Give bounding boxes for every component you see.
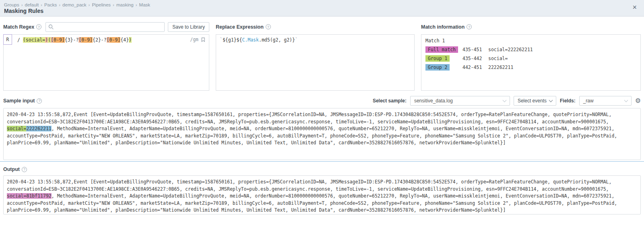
- select-events-label: Select events: [518, 98, 547, 104]
- text-segment: , MethodName=InternalEvent, AdapterName=…: [52, 193, 615, 199]
- text-segment: 2020-04-23 13:55:58,872,Event [Event=Upd…: [7, 112, 611, 117]
- breadcrumb-separator: ›: [59, 2, 60, 7]
- match-row: Group 1435-442social=: [425, 55, 636, 62]
- match-regex-label: Match Regex: [3, 24, 34, 30]
- text-segment: accountType=PostPaid, marketCity="NEW OR…: [7, 200, 617, 206]
- sample-select[interactable]: sensitive_data.log: [410, 96, 510, 106]
- log-line: social=81bf11792, MethodName=InternalEve…: [7, 193, 637, 200]
- match-chip: Group 1: [425, 55, 450, 62]
- text-segment: {4}: [120, 37, 129, 43]
- breadcrumb-item[interactable]: Pipelines: [92, 2, 111, 7]
- token-segment: 0-9]: [54, 37, 65, 43]
- highlight-segment: 222262211: [26, 126, 51, 131]
- search-icon: [48, 24, 54, 30]
- regex-editor[interactable]: R / (social=)([0-9]{3}-?[0-9]{2}-?[0-9]{…: [3, 34, 209, 91]
- match-value: social=222262211: [488, 47, 533, 52]
- fields-select[interactable]: _raw: [579, 96, 632, 106]
- regex-badge: R: [3, 34, 12, 45]
- log-line: accountType=PostPaid, marketCity="NEW OR…: [7, 133, 637, 140]
- settings-gear-icon[interactable]: ⚙: [635, 98, 641, 104]
- library-bookmark-icon[interactable]: [200, 37, 206, 42]
- log-line: 2020-04-23 13:55:58,872,Event [Event=Upd…: [7, 111, 637, 119]
- breadcrumb-item[interactable]: Mask: [139, 2, 150, 7]
- replace-expression-label: Replace Expression: [216, 24, 264, 30]
- masking-rules-modal: Groups›default›Packs›demo_pack›Pipelines…: [0, 0, 644, 231]
- text-segment: {3}-?: [65, 37, 79, 43]
- sample-input-header: Sample input ? Select sample: sensitive_…: [3, 96, 641, 106]
- breadcrumb-separator: ›: [89, 2, 90, 7]
- log-line: conversationId=ESB~3C182E2F0413700E:AE1A…: [7, 186, 637, 193]
- log-line: planPrice=69.99, planName="Unlimited", p…: [7, 139, 637, 147]
- text-segment: , MethodName=InternalEvent, AdapterName=…: [52, 126, 615, 131]
- token-segment: 0-9]: [109, 37, 121, 43]
- match-information-box: Match 1 Full match435-451social=22226221…: [421, 34, 641, 91]
- token-segment: `: [220, 37, 223, 43]
- text-segment: /: [17, 37, 23, 43]
- text-segment: {2}-?: [93, 37, 107, 43]
- sample-input-label: Sample input: [3, 98, 35, 104]
- regex-search-input[interactable]: [45, 22, 165, 32]
- breadcrumb-item[interactable]: masking: [116, 2, 134, 7]
- chevron-down-icon: [549, 98, 553, 102]
- text-segment: .md5(g2, g2)}: [259, 37, 295, 43]
- select-sample-label: Select sample:: [373, 98, 407, 104]
- text-segment: planPrice=69.99, planName="Unlimited", p…: [7, 140, 506, 146]
- text-segment: conversationId=ESB~3C182E2F0413700E:AE1A…: [7, 186, 609, 192]
- help-icon[interactable]: ?: [36, 24, 41, 29]
- save-to-library-button[interactable]: Save to Library: [168, 22, 209, 32]
- fields-select-value: _raw: [583, 98, 594, 104]
- breadcrumb-item[interactable]: default: [25, 2, 39, 7]
- help-icon[interactable]: ?: [22, 167, 27, 172]
- output-label: Output: [3, 166, 20, 172]
- breadcrumb-separator: ›: [113, 2, 114, 7]
- replace-expression-value: `${g1}${C.Mask.md5(g2, g2)}`: [220, 37, 298, 43]
- match-range: 442-451: [462, 65, 488, 70]
- breadcrumb: Groups›default›Packs›demo_pack›Pipelines…: [4, 2, 638, 7]
- sample-select-value: sensitive_data.log: [414, 98, 453, 104]
- text-segment: 2020-04-23 13:55:58,872,Event [Event=Upd…: [7, 179, 611, 185]
- text-segment: planPrice=69.99, planName="Unlimited", p…: [7, 207, 506, 213]
- match-row: Group 2442-451222262211: [425, 64, 636, 71]
- pane-splitter[interactable]: [0, 161, 644, 162]
- token-segment: C.Mask: [242, 37, 259, 43]
- replace-expression-panel: Replace Expression ? `${g1}${C.Mask.md5(…: [216, 22, 415, 91]
- help-icon[interactable]: ?: [266, 24, 271, 29]
- token-segment: 0-9]: [81, 37, 93, 43]
- breadcrumb-separator: ›: [41, 2, 42, 7]
- breadcrumb-item[interactable]: Packs: [44, 2, 57, 7]
- match-value: 222262211: [488, 65, 513, 70]
- chevron-down-icon: [502, 98, 506, 102]
- breadcrumb-item[interactable]: Groups: [4, 2, 19, 7]
- chevron-down-icon: [624, 98, 628, 102]
- match-chip: Group 2: [425, 64, 450, 71]
- match-rows: Full match435-451social=222262211Group 1…: [425, 46, 636, 71]
- token-segment: [: [107, 37, 109, 43]
- select-events-button[interactable]: Select events: [514, 96, 556, 106]
- output-header: Output ?: [3, 165, 641, 173]
- log-line: planPrice=69.99, planName="Unlimited", p…: [7, 207, 637, 214]
- text-segment: accountType=PostPaid, marketCity="NEW OR…: [7, 133, 617, 139]
- token-segment: ): [129, 37, 132, 43]
- help-icon[interactable]: ?: [37, 98, 42, 104]
- match-information-label: Match information: [421, 24, 464, 30]
- match-information-panel: Match information ? Match 1 Full match43…: [421, 22, 641, 91]
- match-regex-panel: Match Regex ? Save to Library R / (socia…: [3, 22, 209, 91]
- match-chip: Full match: [425, 46, 458, 53]
- match-value: social=: [488, 56, 508, 61]
- text-segment: ${g1}${: [223, 37, 242, 43]
- modal-header: Groups›default›Packs›demo_pack›Pipelines…: [0, 0, 644, 17]
- log-line: social=222262211, MethodName=InternalEve…: [7, 125, 637, 133]
- log-line: conversationId=ESB~3C182E2F0413700E:AE1A…: [7, 119, 637, 126]
- token-segment: `: [295, 37, 298, 43]
- breadcrumb-separator: ›: [21, 2, 23, 7]
- close-icon[interactable]: ×: [632, 4, 637, 11]
- token-segment: (social=: [23, 37, 45, 43]
- log-line: accountType=PostPaid, marketCity="NEW OR…: [7, 200, 637, 207]
- help-icon[interactable]: ?: [466, 24, 472, 29]
- text-segment: conversationId=ESB~3C182E2F0413700E:AE1A…: [7, 119, 609, 125]
- fields-label: Fields:: [560, 98, 576, 104]
- breadcrumb-item[interactable]: demo_pack: [62, 2, 86, 7]
- sample-input-box: 2020-04-23 13:55:58,872,Event [Event=Upd…: [3, 108, 641, 160]
- modal-body: Match Regex ? Save to Library R / (socia…: [0, 22, 644, 214]
- replace-expression-editor[interactable]: `${g1}${C.Mask.md5(g2, g2)}`: [216, 34, 415, 91]
